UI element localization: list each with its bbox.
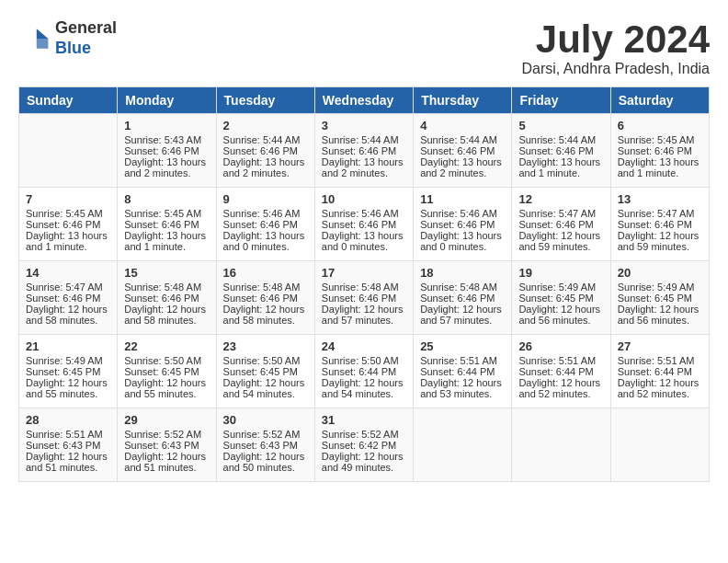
day-number: 13	[618, 192, 702, 206]
calendar-cell: 23Sunrise: 5:50 AMSunset: 6:45 PMDayligh…	[216, 335, 314, 408]
sunrise-text: Sunrise: 5:52 AM	[124, 429, 209, 440]
sunset-text: Sunset: 6:46 PM	[420, 293, 505, 304]
sunset-text: Sunset: 6:46 PM	[518, 145, 603, 156]
calendar-cell: 24Sunrise: 5:50 AMSunset: 6:44 PMDayligh…	[314, 335, 413, 408]
calendar-cell: 11Sunrise: 5:46 AMSunset: 6:46 PMDayligh…	[414, 188, 512, 261]
day-number: 29	[124, 413, 209, 427]
daylight-text: Daylight: 13 hours and 1 minute.	[124, 230, 209, 252]
daylight-text: Daylight: 12 hours and 50 minutes.	[223, 451, 308, 473]
sunrise-text: Sunrise: 5:52 AM	[223, 429, 308, 440]
calendar-cell: 17Sunrise: 5:48 AMSunset: 6:46 PMDayligh…	[314, 261, 413, 335]
calendar-cell	[414, 408, 512, 482]
sunrise-text: Sunrise: 5:44 AM	[322, 134, 406, 145]
sunrise-text: Sunrise: 5:50 AM	[223, 355, 308, 366]
sunrise-text: Sunrise: 5:45 AM	[124, 208, 209, 219]
calendar-cell: 21Sunrise: 5:49 AMSunset: 6:45 PMDayligh…	[19, 335, 118, 408]
daylight-text: Daylight: 13 hours and 2 minutes.	[420, 156, 505, 178]
day-number: 4	[420, 119, 505, 132]
calendar-cell: 26Sunrise: 5:51 AMSunset: 6:44 PMDayligh…	[512, 335, 610, 408]
svg-marker-0	[37, 29, 49, 39]
daylight-text: Daylight: 12 hours and 52 minutes.	[518, 377, 603, 399]
day-number: 26	[518, 339, 603, 353]
day-header-wednesday: Wednesday	[314, 87, 413, 114]
daylight-text: Daylight: 12 hours and 59 minutes.	[518, 230, 603, 252]
sunset-text: Sunset: 6:45 PM	[223, 366, 308, 377]
sunset-text: Sunset: 6:45 PM	[618, 293, 702, 304]
daylight-text: Daylight: 13 hours and 2 minutes.	[223, 156, 308, 178]
calendar-cell: 31Sunrise: 5:52 AMSunset: 6:42 PMDayligh…	[314, 408, 413, 482]
sunrise-text: Sunrise: 5:51 AM	[420, 355, 505, 366]
sunset-text: Sunset: 6:46 PM	[124, 219, 209, 230]
sunset-text: Sunset: 6:45 PM	[124, 366, 209, 377]
sunset-text: Sunset: 6:46 PM	[420, 145, 505, 156]
sunrise-text: Sunrise: 5:52 AM	[322, 429, 406, 440]
sunset-text: Sunset: 6:46 PM	[26, 293, 110, 304]
day-number: 5	[518, 119, 603, 132]
sunset-text: Sunset: 6:46 PM	[223, 145, 308, 156]
sunset-text: Sunset: 6:46 PM	[124, 293, 209, 304]
calendar-cell: 18Sunrise: 5:48 AMSunset: 6:46 PMDayligh…	[414, 261, 512, 335]
sunset-text: Sunset: 6:46 PM	[518, 219, 603, 230]
sunset-text: Sunset: 6:44 PM	[518, 366, 603, 377]
day-header-monday: Monday	[118, 87, 216, 114]
day-header-sunday: Sunday	[19, 87, 118, 114]
daylight-text: Daylight: 12 hours and 57 minutes.	[420, 304, 505, 326]
sunset-text: Sunset: 6:43 PM	[26, 440, 110, 451]
sunrise-text: Sunrise: 5:48 AM	[124, 282, 209, 293]
sunrise-text: Sunrise: 5:49 AM	[26, 355, 110, 366]
daylight-text: Daylight: 12 hours and 59 minutes.	[618, 230, 702, 252]
calendar-week-row: 21Sunrise: 5:49 AMSunset: 6:45 PMDayligh…	[19, 335, 710, 408]
day-number: 16	[223, 266, 308, 280]
calendar-cell	[512, 408, 610, 482]
sunset-text: Sunset: 6:46 PM	[618, 145, 702, 156]
logo: General Blue	[18, 18, 117, 58]
day-number: 14	[26, 266, 110, 280]
sunset-text: Sunset: 6:46 PM	[322, 219, 406, 230]
calendar-week-row: 14Sunrise: 5:47 AMSunset: 6:46 PMDayligh…	[19, 261, 710, 335]
sunset-text: Sunset: 6:42 PM	[322, 440, 406, 451]
daylight-text: Daylight: 12 hours and 52 minutes.	[618, 377, 702, 399]
sunrise-text: Sunrise: 5:49 AM	[618, 282, 702, 293]
sunset-text: Sunset: 6:46 PM	[420, 219, 505, 230]
daylight-text: Daylight: 12 hours and 54 minutes.	[223, 377, 308, 399]
day-number: 23	[223, 339, 308, 353]
sunrise-text: Sunrise: 5:44 AM	[223, 134, 308, 145]
sunset-text: Sunset: 6:46 PM	[124, 145, 209, 156]
sunset-text: Sunset: 6:44 PM	[420, 366, 505, 377]
daylight-text: Daylight: 13 hours and 0 minutes.	[223, 230, 308, 252]
sunrise-text: Sunrise: 5:44 AM	[518, 134, 603, 145]
calendar-cell: 6Sunrise: 5:45 AMSunset: 6:46 PMDaylight…	[610, 114, 709, 188]
calendar-header-row: SundayMondayTuesdayWednesdayThursdayFrid…	[19, 87, 710, 114]
sunrise-text: Sunrise: 5:50 AM	[124, 355, 209, 366]
day-number: 9	[223, 192, 308, 206]
calendar-cell: 12Sunrise: 5:47 AMSunset: 6:46 PMDayligh…	[512, 188, 610, 261]
calendar-cell: 3Sunrise: 5:44 AMSunset: 6:46 PMDaylight…	[314, 114, 413, 188]
sunset-text: Sunset: 6:44 PM	[618, 366, 702, 377]
calendar-cell: 22Sunrise: 5:50 AMSunset: 6:45 PMDayligh…	[118, 335, 216, 408]
sunrise-text: Sunrise: 5:51 AM	[26, 429, 110, 440]
sunrise-text: Sunrise: 5:46 AM	[420, 208, 505, 219]
sunrise-text: Sunrise: 5:48 AM	[223, 282, 308, 293]
calendar-cell: 19Sunrise: 5:49 AMSunset: 6:45 PMDayligh…	[512, 261, 610, 335]
sunrise-text: Sunrise: 5:46 AM	[223, 208, 308, 219]
calendar-cell: 27Sunrise: 5:51 AMSunset: 6:44 PMDayligh…	[610, 335, 709, 408]
day-number: 19	[518, 266, 603, 280]
sunset-text: Sunset: 6:46 PM	[223, 293, 308, 304]
sunrise-text: Sunrise: 5:43 AM	[124, 134, 209, 145]
daylight-text: Daylight: 13 hours and 1 minute.	[618, 156, 702, 178]
calendar-cell: 5Sunrise: 5:44 AMSunset: 6:46 PMDaylight…	[512, 114, 610, 188]
daylight-text: Daylight: 12 hours and 58 minutes.	[223, 304, 308, 326]
day-number: 1	[124, 119, 209, 132]
calendar-cell: 1Sunrise: 5:43 AMSunset: 6:46 PMDaylight…	[118, 114, 216, 188]
calendar-cell: 29Sunrise: 5:52 AMSunset: 6:43 PMDayligh…	[118, 408, 216, 482]
day-number: 10	[322, 192, 406, 206]
calendar-cell: 30Sunrise: 5:52 AMSunset: 6:43 PMDayligh…	[216, 408, 314, 482]
daylight-text: Daylight: 12 hours and 53 minutes.	[420, 377, 505, 399]
sunrise-text: Sunrise: 5:51 AM	[618, 355, 702, 366]
calendar-week-row: 1Sunrise: 5:43 AMSunset: 6:46 PMDaylight…	[19, 114, 710, 188]
calendar-cell: 7Sunrise: 5:45 AMSunset: 6:46 PMDaylight…	[19, 188, 118, 261]
sunrise-text: Sunrise: 5:49 AM	[518, 282, 603, 293]
logo-icon	[18, 22, 51, 55]
daylight-text: Daylight: 12 hours and 57 minutes.	[322, 304, 406, 326]
calendar-cell: 2Sunrise: 5:44 AMSunset: 6:46 PMDaylight…	[216, 114, 314, 188]
